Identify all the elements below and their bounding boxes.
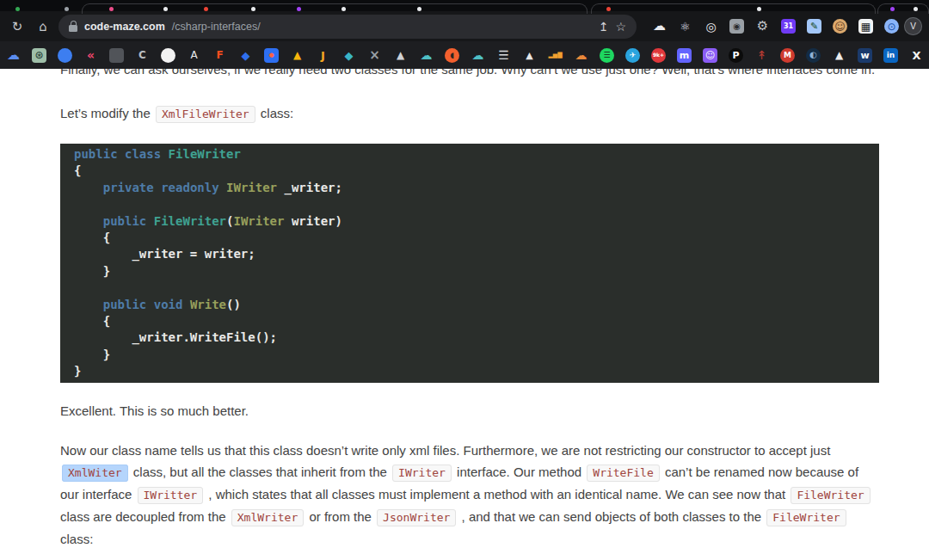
purple-chat-bookmark-icon[interactable]: ☺	[703, 48, 717, 63]
folder-bookmark-icon[interactable]	[109, 48, 124, 63]
flame-j-bookmark-icon[interactable]: J	[316, 48, 330, 63]
bookmarks-bar: ☁⊛«CAF◆●▲J◆×▲☁◖☁☰▲▂▅▇☁☰✈9k+m☺P↟M◐▲winX	[0, 41, 929, 69]
paragraph-text: Now our class name tells us that this cl…	[60, 443, 830, 458]
tab-favicon	[65, 7, 69, 11]
chatgpt-bookmark-icon[interactable]: ⊛	[32, 48, 46, 63]
bookmark-star-icon[interactable]: ☆	[615, 20, 626, 34]
code-block: public class FileWriter{ private readonl…	[60, 144, 879, 383]
tab-favicon	[914, 7, 918, 11]
paragraph-excellent: Excellent. This is so much better.	[60, 400, 879, 422]
chat-bubble-bookmark-icon[interactable]	[58, 48, 72, 63]
gear-extension-icon[interactable]: ⚙	[755, 19, 770, 34]
chevrons-bookmark-icon[interactable]: «	[83, 48, 98, 63]
inline-code-chip: JsonWriter	[377, 509, 456, 526]
server-stack-bookmark-icon[interactable]: ☰	[496, 48, 511, 63]
striped-peak-bookmark-icon[interactable]: ▲	[393, 48, 408, 63]
paragraph-text: class:	[257, 106, 294, 120]
figma-bookmark-icon[interactable]: F	[212, 48, 227, 63]
mastodon-bookmark-icon[interactable]: m	[677, 48, 692, 63]
pill-red-dot-bookmark-icon[interactable]: ●	[264, 48, 279, 63]
github-bookmark-icon[interactable]	[161, 48, 175, 63]
tab-favicon	[341, 7, 346, 11]
x-twitter-bookmark-icon[interactable]: X	[909, 48, 924, 63]
orange-c-bookmark-icon[interactable]: ◖	[445, 48, 459, 63]
paragraph-text: , and that we can send objects of both c…	[458, 509, 765, 524]
inline-code-chip: IWriter	[392, 465, 452, 482]
paragraph-lets-modify: Let’s modify the XmlFileWriter class:	[60, 102, 879, 125]
tab-favicon	[109, 7, 114, 11]
paragraph-text: , which states that all classes must imp…	[205, 487, 789, 502]
clipped-paragraph: Finally, we can ask ourselves, if we rea…	[60, 69, 879, 78]
browser-tab[interactable]	[591, 3, 876, 14]
w-logo-bookmark-icon[interactable]: w	[858, 48, 872, 63]
teal-blob-2-bookmark-icon[interactable]: ☁	[471, 48, 485, 63]
p-logo-bookmark-icon[interactable]: P	[729, 48, 743, 63]
tab-favicon	[15, 7, 20, 11]
paragraph-explanation: Now our class name tells us that this cl…	[60, 440, 879, 550]
browser-tab[interactable]	[82, 3, 588, 14]
address-bar[interactable]: code-maze.com/csharp-interfaces/ ↥ ☆	[58, 15, 637, 39]
tab-strip[interactable]	[0, 0, 929, 11]
inline-code-chip: FileWriter	[791, 487, 870, 504]
tab-favicon	[163, 7, 168, 11]
analytics-bars-bookmark-icon[interactable]: ▂▅▇	[548, 48, 563, 63]
teal-cube-bookmark-icon[interactable]: ◆	[341, 48, 356, 63]
lock-icon	[69, 25, 77, 32]
paragraph-text: class are decoupled from the	[60, 509, 230, 524]
spotify-bookmark-icon[interactable]: ☰	[600, 48, 614, 63]
cloud-sync-bookmark-icon[interactable]: ☁	[6, 48, 21, 63]
letter-a-bookmark-icon[interactable]: A	[187, 48, 201, 63]
google-drive-bookmark-icon[interactable]: ▲	[290, 48, 305, 63]
extensions-area: ☁⚛◎◉⚙31✎☺▦⊙	[652, 19, 899, 34]
striped-a-bookmark-icon[interactable]: ▲	[832, 48, 846, 63]
inline-code-chip-selected: XmlWiter	[62, 465, 128, 482]
diamond-bookmark-icon[interactable]: ◆	[238, 48, 253, 63]
reload-icon[interactable]: ↻	[7, 19, 28, 34]
orange-hill-bookmark-icon[interactable]: ☁	[574, 48, 588, 63]
target-extension-icon[interactable]: ◎	[704, 19, 718, 34]
inline-code-chip: XmlFileWriter	[156, 106, 255, 123]
url-path: /csharp-interfaces/	[172, 21, 261, 33]
inline-code-chip: XmlWriter	[231, 509, 304, 526]
telegram-bookmark-icon[interactable]: ✈	[625, 48, 640, 63]
avatar-face-extension-icon[interactable]: ☺	[833, 19, 847, 34]
tab-favicon	[890, 7, 895, 11]
url-host: code-maze.com	[84, 21, 165, 33]
x-pattern-bookmark-icon[interactable]: ×	[367, 48, 382, 63]
tab-favicon	[417, 7, 421, 11]
qr-grid-extension-icon[interactable]: ▦	[858, 19, 873, 34]
dark-moon-bookmark-icon[interactable]: ◐	[806, 48, 821, 63]
paragraph-text: class, but all the classes that inherit …	[130, 465, 391, 479]
calendar-31-extension-icon[interactable]: 31	[781, 19, 796, 34]
inline-code-chip: WriteFile	[587, 465, 659, 482]
browser-window: ↻ ⌂ code-maze.com/csharp-interfaces/ ↥ ☆…	[0, 0, 929, 560]
browser-tab[interactable]	[877, 3, 929, 14]
gravatar-m-bookmark-icon[interactable]: M	[780, 48, 795, 63]
linkedin-bookmark-icon[interactable]: in	[883, 48, 898, 63]
home-icon[interactable]: ⌂	[33, 19, 53, 34]
cloud-extension-icon[interactable]: ☁	[652, 19, 667, 34]
c-arrow-bookmark-icon[interactable]: C	[135, 48, 150, 63]
atom-extension-icon[interactable]: ⚛	[678, 19, 692, 34]
teal-blob-bookmark-icon[interactable]: ☁	[419, 48, 434, 63]
page-content: Finally, we can ask ourselves, if we rea…	[0, 69, 929, 560]
camera-extension-icon[interactable]: ◉	[729, 19, 744, 34]
antenna-bookmark-icon[interactable]: ↟	[754, 48, 769, 63]
white-triangle-bookmark-icon[interactable]: ▲	[522, 48, 537, 63]
profile-avatar[interactable]: V	[904, 17, 922, 35]
tab-favicon	[204, 7, 208, 11]
notes-pencil-extension-icon[interactable]: ✎	[807, 19, 821, 34]
paragraph-text: class:	[60, 532, 93, 546]
tab-favicon	[251, 7, 255, 11]
paragraph-text: interface. Our method	[453, 465, 585, 479]
search-extension-icon[interactable]: ⊙	[884, 19, 899, 34]
tab-favicon	[297, 7, 301, 11]
paragraph-text: Let’s modify the	[60, 106, 154, 120]
9k-badge-bookmark-icon[interactable]: 9k+	[651, 48, 666, 63]
inline-code-chip: IWritter	[138, 487, 204, 504]
browser-toolbar: ↻ ⌂ code-maze.com/csharp-interfaces/ ↥ ☆…	[0, 11, 929, 41]
share-icon[interactable]: ↥	[599, 20, 609, 34]
inline-code-chip: FileWriter	[766, 509, 846, 526]
tab-favicon	[606, 7, 611, 11]
paragraph-text: or from the	[305, 509, 375, 524]
